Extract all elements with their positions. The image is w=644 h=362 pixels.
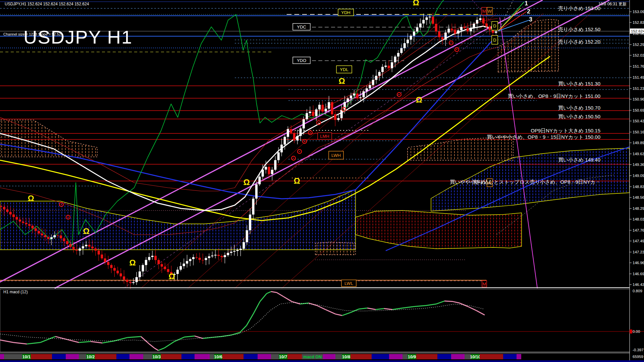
annotation-text: 売り小さめ 152.50	[558, 26, 600, 32]
bottom-strip	[0, 360, 644, 362]
candle-body	[41, 234, 43, 235]
candle-body	[470, 28, 472, 32]
session-segment	[372, 354, 389, 359]
session-segment	[0, 354, 4, 359]
session-segment	[195, 354, 210, 359]
candle-body	[252, 199, 255, 215]
candle-body	[6, 209, 8, 212]
candle-body	[495, 32, 497, 33]
candle-body	[164, 266, 166, 269]
fan-label: 2	[527, 8, 530, 15]
candle-body	[16, 217, 18, 220]
price-label: 149.360	[633, 163, 644, 167]
label-box-text: M	[482, 9, 486, 14]
candle-body	[366, 88, 368, 92]
candle-body	[91, 247, 94, 248]
circle-mark-dot	[299, 151, 300, 152]
candle-body	[369, 85, 371, 88]
cloud-red	[356, 210, 522, 249]
candle-body	[202, 260, 204, 260]
candle-body	[120, 274, 122, 277]
candle-body	[375, 76, 377, 80]
macd-axis-label: 65959	[633, 355, 643, 359]
label-box-text: LWL	[344, 281, 353, 286]
candle-body	[315, 109, 318, 116]
session-segment	[210, 354, 214, 359]
macd-axis-label: -0.397	[633, 348, 644, 352]
candle-body	[25, 223, 28, 224]
candle-body	[32, 226, 34, 229]
candle-body	[35, 228, 37, 231]
date-label: 10/7	[279, 355, 287, 359]
candle-body	[309, 112, 311, 113]
macd-panel: 0.8090.00-0.39765959	[0, 288, 644, 359]
candle-body	[179, 266, 182, 270]
candle-body	[400, 48, 402, 53]
candle-body	[347, 99, 349, 102]
candle-body	[482, 18, 485, 23]
annotation-text: 買い小さめ 149.40	[558, 157, 600, 163]
candle-body	[444, 33, 447, 40]
session-segment	[271, 354, 279, 359]
annotation-text: 買い小さめ 150.70	[558, 105, 600, 111]
label-box-text: D	[493, 38, 496, 43]
candle-body	[454, 30, 456, 34]
candle-body	[337, 118, 339, 120]
candle-body	[75, 250, 78, 251]
fan-label: 3	[529, 16, 532, 23]
candle-body	[57, 235, 59, 236]
macd-frame	[0, 289, 630, 352]
candle-body	[249, 215, 251, 230]
candle-body	[116, 270, 119, 273]
candle-body	[158, 260, 160, 264]
session-segment	[79, 354, 86, 359]
price-label: 146.965	[633, 261, 644, 265]
price-label: 148.295	[633, 206, 644, 210]
candle-body	[148, 257, 150, 260]
session-timeline[interactable]: 10/110/210/310/610/7macd ON10/810/910/10	[0, 353, 644, 362]
candle-body	[274, 160, 276, 170]
price-label: 150.430	[633, 119, 644, 123]
candle-body	[441, 37, 444, 40]
candle-body	[416, 27, 418, 32]
omega-mark: Ω	[416, 95, 422, 104]
candle-body	[277, 153, 280, 160]
session-segment	[451, 354, 465, 359]
circle-mark-dot	[67, 217, 68, 218]
session-segment	[437, 354, 451, 359]
candle-body	[47, 237, 50, 239]
price-label: 148.830	[633, 185, 644, 189]
circle-mark-dot	[310, 132, 311, 133]
candle-body	[287, 129, 289, 137]
candle-body	[384, 66, 387, 67]
candle-body	[126, 280, 128, 282]
macd-indicator-label: H1 macd (12)	[3, 290, 28, 294]
candle-body	[353, 94, 355, 96]
price-label: 148.030	[633, 217, 644, 221]
session-segment	[4, 354, 22, 359]
candle-body	[186, 261, 188, 264]
price-label: 152.030	[633, 53, 644, 57]
session-segment	[351, 354, 372, 359]
candle-body	[69, 244, 71, 247]
annotation-text: 買い小さめ 151.30	[558, 81, 600, 86]
session-segment	[161, 354, 181, 359]
annotation-text: 売り小さめ 153.00	[558, 5, 600, 11]
chart-canvas[interactable]: ΩΩΩΩΩΩΩΩΩ 123 YDHYDCYDOYDLLMHLWHLWLMWDDW…	[0, 0, 644, 362]
label-box-text: YDH	[341, 10, 350, 15]
candle-body	[404, 43, 406, 48]
candle-body	[12, 215, 15, 217]
candle-body	[44, 235, 46, 237]
annotation-text: 買いやや小さめ	[450, 179, 486, 185]
price-label: 152.295	[633, 43, 644, 47]
candle-body	[123, 277, 125, 280]
fan-label: 1	[525, 0, 528, 7]
trading-chart-window[interactable]: ΩΩΩΩΩΩΩΩΩ 123 YDHYDCYDOYDLLMHLWHLWLMWDDW…	[0, 0, 644, 362]
session-segment	[323, 354, 335, 359]
price-axis[interactable]: 153.095152.830152.560152.295152.030151.7…	[630, 0, 644, 362]
candle-body	[227, 253, 229, 255]
session-segment	[52, 354, 66, 359]
session-segment	[517, 354, 521, 359]
session-segment	[181, 354, 195, 359]
price-label: 152.830	[633, 20, 644, 24]
